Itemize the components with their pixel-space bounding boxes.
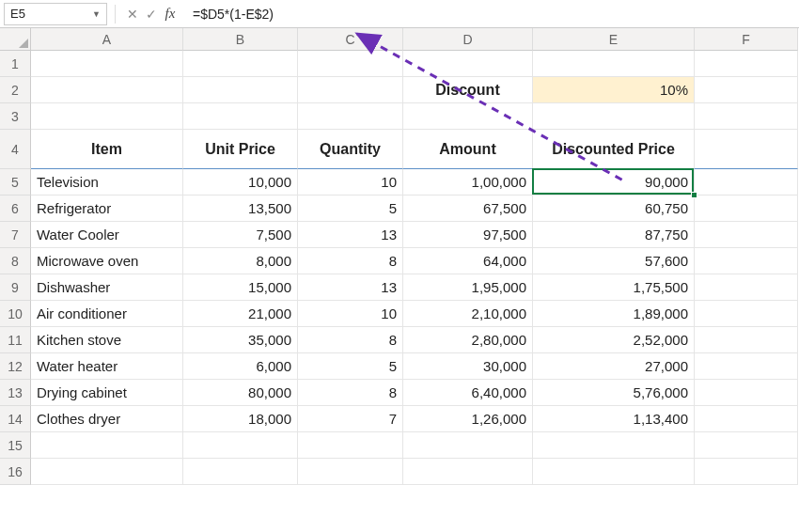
cell-amount[interactable]: 1,00,000 bbox=[403, 169, 533, 196]
cell-quantity[interactable]: 13 bbox=[298, 222, 403, 248]
cell[interactable] bbox=[298, 103, 403, 130]
cell-discounted[interactable]: 87,750 bbox=[533, 222, 695, 248]
cell[interactable] bbox=[298, 77, 403, 103]
cell[interactable] bbox=[298, 432, 403, 459]
formula-input[interactable]: =$D5*(1-E$2) bbox=[189, 3, 799, 25]
cell[interactable] bbox=[533, 432, 695, 459]
cell-discounted[interactable]: 60,750 bbox=[533, 196, 695, 222]
header-amount[interactable]: Amount bbox=[403, 130, 533, 169]
cell-amount[interactable]: 97,500 bbox=[403, 222, 533, 248]
row-header-4[interactable]: 4 bbox=[0, 130, 31, 169]
cell[interactable] bbox=[403, 51, 533, 77]
row-header-3[interactable]: 3 bbox=[0, 103, 31, 130]
cancel-icon[interactable]: ✕ bbox=[123, 5, 142, 23]
cell[interactable] bbox=[695, 222, 798, 248]
cell-unit-price[interactable]: 80,000 bbox=[183, 380, 298, 406]
row-header-2[interactable]: 2 bbox=[0, 77, 31, 103]
column-header-F[interactable]: F bbox=[695, 28, 798, 51]
chevron-down-icon[interactable]: ▼ bbox=[92, 9, 101, 19]
confirm-icon[interactable]: ✓ bbox=[142, 5, 161, 23]
column-header-E[interactable]: E bbox=[533, 28, 695, 51]
cell[interactable] bbox=[695, 353, 798, 380]
cell-quantity[interactable]: 7 bbox=[298, 406, 403, 432]
cell-unit-price[interactable]: 21,000 bbox=[183, 301, 298, 327]
cell-unit-price[interactable]: 7,500 bbox=[183, 222, 298, 248]
header-discounted[interactable]: Discounted Price bbox=[533, 130, 695, 169]
cell[interactable] bbox=[695, 169, 798, 196]
cell[interactable] bbox=[183, 103, 298, 130]
cell-item[interactable]: Clothes dryer bbox=[31, 406, 183, 432]
cell[interactable] bbox=[183, 459, 298, 485]
cell-unit-price[interactable]: 6,000 bbox=[183, 353, 298, 380]
cell[interactable] bbox=[695, 51, 798, 77]
cell[interactable] bbox=[695, 380, 798, 406]
cell-unit-price[interactable]: 18,000 bbox=[183, 406, 298, 432]
cell-quantity[interactable]: 8 bbox=[298, 380, 403, 406]
cell[interactable] bbox=[695, 274, 798, 301]
cell-discounted[interactable]: 5,76,000 bbox=[533, 380, 695, 406]
cell-quantity[interactable]: 10 bbox=[298, 169, 403, 196]
cell-discounted[interactable]: 1,13,400 bbox=[533, 406, 695, 432]
cell-item[interactable]: Air conditioner bbox=[31, 301, 183, 327]
cell-quantity[interactable]: 13 bbox=[298, 274, 403, 301]
cell[interactable] bbox=[183, 51, 298, 77]
cell-item[interactable]: Water heater bbox=[31, 353, 183, 380]
row-header-5[interactable]: 5 bbox=[0, 169, 31, 196]
select-all-button[interactable] bbox=[0, 28, 31, 51]
cell[interactable] bbox=[695, 77, 798, 103]
cell[interactable] bbox=[298, 51, 403, 77]
cell[interactable] bbox=[695, 327, 798, 353]
cell[interactable] bbox=[31, 103, 183, 130]
column-header-A[interactable]: A bbox=[31, 28, 183, 51]
cell[interactable] bbox=[695, 432, 798, 459]
cell[interactable] bbox=[31, 432, 183, 459]
name-box[interactable]: E5 ▼ bbox=[4, 3, 107, 25]
row-header-9[interactable]: 9 bbox=[0, 274, 31, 301]
row-header-10[interactable]: 10 bbox=[0, 301, 31, 327]
cell-discounted[interactable]: 1,89,000 bbox=[533, 301, 695, 327]
cell-item[interactable]: Kitchen stove bbox=[31, 327, 183, 353]
cell-item[interactable]: Water Cooler bbox=[31, 222, 183, 248]
cell[interactable] bbox=[31, 77, 183, 103]
cell-amount[interactable]: 1,95,000 bbox=[403, 274, 533, 301]
cell-discounted[interactable]: 1,75,500 bbox=[533, 274, 695, 301]
cell[interactable] bbox=[533, 459, 695, 485]
row-header-14[interactable]: 14 bbox=[0, 406, 31, 432]
cell[interactable] bbox=[183, 77, 298, 103]
cell[interactable] bbox=[533, 103, 695, 130]
row-header-13[interactable]: 13 bbox=[0, 380, 31, 406]
row-header-16[interactable]: 16 bbox=[0, 459, 31, 485]
cell[interactable] bbox=[403, 432, 533, 459]
cell[interactable] bbox=[183, 432, 298, 459]
cell-amount[interactable]: 67,500 bbox=[403, 196, 533, 222]
cell-amount[interactable]: 2,10,000 bbox=[403, 301, 533, 327]
cell-amount[interactable]: 6,40,000 bbox=[403, 380, 533, 406]
cell-discounted[interactable]: 27,000 bbox=[533, 353, 695, 380]
cell[interactable] bbox=[695, 196, 798, 222]
header-item[interactable]: Item bbox=[31, 130, 183, 169]
cell[interactable] bbox=[695, 130, 798, 169]
cell-quantity[interactable]: 10 bbox=[298, 301, 403, 327]
cell[interactable] bbox=[695, 103, 798, 130]
discount-label[interactable]: Discount bbox=[403, 77, 533, 103]
cell[interactable] bbox=[298, 459, 403, 485]
row-header-6[interactable]: 6 bbox=[0, 196, 31, 222]
row-header-7[interactable]: 7 bbox=[0, 222, 31, 248]
cell-quantity[interactable]: 8 bbox=[298, 327, 403, 353]
fx-icon[interactable]: fx bbox=[161, 5, 180, 23]
cell-discounted[interactable]: 2,52,000 bbox=[533, 327, 695, 353]
cell[interactable] bbox=[695, 301, 798, 327]
cell-quantity[interactable]: 5 bbox=[298, 196, 403, 222]
cell-amount[interactable]: 64,000 bbox=[403, 248, 533, 274]
cell-amount[interactable]: 1,26,000 bbox=[403, 406, 533, 432]
cell[interactable] bbox=[31, 51, 183, 77]
cell-item[interactable]: Microwave oven bbox=[31, 248, 183, 274]
row-header-11[interactable]: 11 bbox=[0, 327, 31, 353]
discount-value[interactable]: 10% bbox=[533, 77, 695, 103]
header-unit-price[interactable]: Unit Price bbox=[183, 130, 298, 169]
header-quantity[interactable]: Quantity bbox=[298, 130, 403, 169]
cell-discounted[interactable]: 57,600 bbox=[533, 248, 695, 274]
row-header-12[interactable]: 12 bbox=[0, 353, 31, 380]
cell-item[interactable]: Refrigerator bbox=[31, 196, 183, 222]
cell-item[interactable]: Drying cabinet bbox=[31, 380, 183, 406]
